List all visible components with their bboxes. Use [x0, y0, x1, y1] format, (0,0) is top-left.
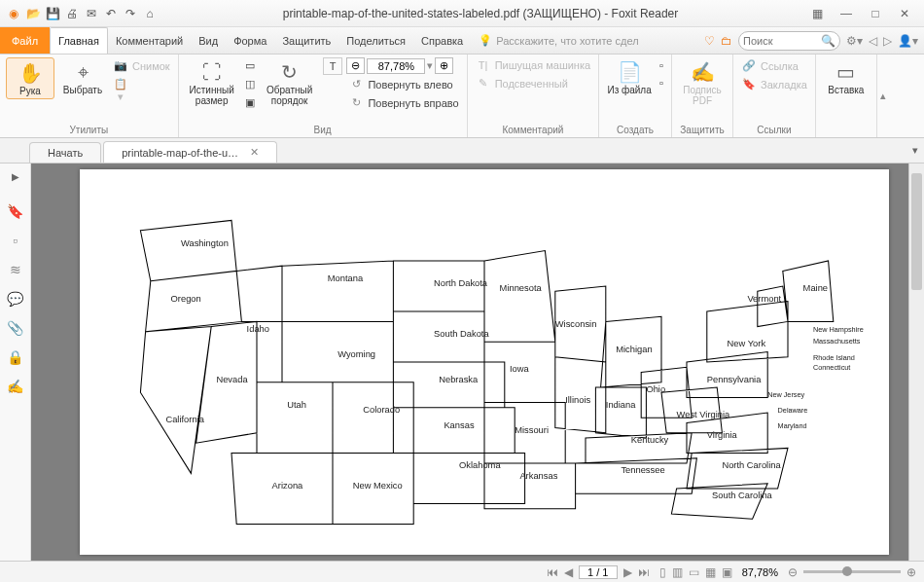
text-mode-col: T: [323, 57, 343, 75]
close-icon[interactable]: ✕: [895, 7, 914, 20]
insert-icon: ▭: [836, 59, 855, 85]
continuous-facing-icon[interactable]: ▦: [705, 565, 716, 579]
typewriter-button[interactable]: T|Пишущая машинка: [474, 57, 592, 73]
folder-icon[interactable]: 🗀: [721, 34, 732, 48]
security-panel-icon[interactable]: 🔒: [7, 349, 23, 365]
file-tab[interactable]: Файл: [0, 27, 50, 54]
tab-document[interactable]: printable-map-of-the-u… ✕: [103, 141, 277, 163]
group-insert: ▭ Вставка: [816, 55, 876, 137]
single-page-icon[interactable]: ▯: [659, 565, 666, 579]
snapshot-button[interactable]: 📷Снимок: [111, 57, 172, 74]
actual-size-label: Истинный размер: [187, 85, 237, 106]
undo-icon[interactable]: ↶: [103, 6, 119, 21]
reflow-button[interactable]: ↻ Обратный порядок: [261, 57, 319, 108]
state-label: Missouri: [515, 425, 549, 435]
zoom-out-icon[interactable]: ⊖: [788, 565, 798, 579]
sign-pdf-button[interactable]: ✍ Подпись PDF: [678, 57, 727, 108]
text-mode-button[interactable]: T: [323, 57, 343, 75]
state-label: Delaware: [778, 406, 808, 415]
select-tool[interactable]: ⌖ Выбрать: [58, 57, 107, 97]
tab-protect[interactable]: Защитить: [274, 27, 338, 54]
zoom-value[interactable]: 87,78%: [367, 58, 425, 74]
blank-icon[interactable]: ▫: [657, 57, 665, 73]
tab-close-icon[interactable]: ✕: [250, 146, 259, 159]
rotate-right-button[interactable]: ↻Повернуть вправо: [346, 94, 460, 111]
continuous-icon[interactable]: ▥: [672, 565, 683, 579]
zoom-handle[interactable]: [842, 566, 852, 576]
actual-size-button[interactable]: ⛶ Истинный размер: [185, 57, 239, 108]
comments-panel-icon[interactable]: 💬: [7, 291, 23, 307]
read-mode-icon[interactable]: ▣: [722, 565, 732, 579]
prev-icon[interactable]: ◁: [869, 34, 877, 48]
home-icon[interactable]: ⌂: [142, 6, 158, 21]
hand-tool[interactable]: ✋ Рука: [6, 57, 54, 99]
link-icon: 🔗: [741, 59, 757, 72]
search-box[interactable]: 🔍: [738, 31, 840, 51]
fit-width-icon[interactable]: ◫: [243, 76, 257, 92]
link-button[interactable]: 🔗Ссылка: [739, 57, 809, 74]
first-page-icon[interactable]: ⏮: [547, 565, 558, 579]
bookmark-button[interactable]: 🔖Закладка: [739, 76, 809, 92]
document-viewer[interactable]: WashingtonOregonCaliforniaNevadaIdahoMon…: [31, 164, 908, 561]
attachments-panel-icon[interactable]: 📎: [7, 320, 23, 336]
state-label: New Mexico: [353, 481, 403, 491]
from-clip-icon[interactable]: ▫: [657, 75, 665, 91]
tell-me[interactable]: 💡 Расскажите, что хотите сдел: [479, 27, 638, 54]
links-label: Ссылки: [739, 123, 809, 137]
state-label: Oklahoma: [459, 460, 501, 470]
last-page-icon[interactable]: ⏭: [638, 565, 650, 579]
tab-form[interactable]: Форма: [226, 27, 274, 54]
maximize-icon[interactable]: □: [866, 7, 885, 20]
search-icon[interactable]: 🔍: [821, 34, 835, 48]
signatures-panel-icon[interactable]: ✍: [7, 379, 23, 394]
fit-visible-icon[interactable]: ▣: [243, 94, 257, 111]
tab-comment[interactable]: Комментарий: [108, 27, 191, 54]
from-file-button[interactable]: 📄 Из файла: [605, 57, 654, 97]
tab-view[interactable]: Вид: [191, 27, 226, 54]
email-icon[interactable]: ✉: [84, 6, 99, 21]
highlight-button[interactable]: ✎Подсвеченный: [474, 75, 592, 91]
next-icon[interactable]: ▷: [883, 34, 892, 48]
sidebar-expand-icon[interactable]: ▶: [12, 171, 19, 182]
zoom-out-button[interactable]: ⊖: [346, 57, 365, 74]
zoom-slider[interactable]: [803, 570, 901, 573]
rotate-left-button[interactable]: ↺Повернуть влево: [346, 76, 460, 92]
state-label: Indiana: [606, 400, 636, 410]
tab-help[interactable]: Справка: [413, 27, 471, 54]
pages-panel-icon[interactable]: ▫: [13, 233, 18, 248]
redo-icon[interactable]: ↷: [123, 6, 138, 21]
clipboard-button[interactable]: 📋▾: [111, 76, 172, 105]
document-tabs: Начать printable-map-of-the-u… ✕ ▾: [0, 138, 924, 164]
zoom-dropdown-icon[interactable]: ▾: [427, 59, 433, 72]
heart-icon[interactable]: ♡: [704, 34, 715, 48]
page-input[interactable]: 1 / 1: [579, 565, 618, 579]
user-icon[interactable]: 👤▾: [898, 34, 918, 48]
tab-home[interactable]: Главная: [50, 27, 108, 54]
vertical-scrollbar[interactable]: [908, 164, 924, 561]
open-icon[interactable]: 📂: [25, 6, 41, 21]
search-input[interactable]: [743, 35, 821, 47]
ribbon: ✋ Рука ⌖ Выбрать 📷Снимок 📋▾ Утилиты ⛶ Ис…: [0, 55, 924, 138]
state-label: Virginia: [707, 430, 738, 440]
bookmark-panel-icon[interactable]: 🔖: [7, 203, 23, 219]
ribbon-mode-icon[interactable]: ▦: [807, 7, 827, 20]
save-icon[interactable]: 💾: [45, 6, 60, 21]
zoom-in-button[interactable]: ⊕: [435, 57, 453, 74]
group-protect: ✍ Подпись PDF Защитить: [672, 55, 733, 137]
scrollbar-thumb[interactable]: [911, 173, 922, 290]
fit-page-icon[interactable]: ▭: [243, 57, 257, 74]
insert-button[interactable]: ▭ Вставка: [822, 57, 871, 97]
tabs-menu-icon[interactable]: ▾: [912, 144, 918, 157]
tab-start[interactable]: Начать: [29, 142, 101, 163]
layers-panel-icon[interactable]: ≋: [10, 262, 21, 277]
gear-icon[interactable]: ⚙▾: [846, 34, 863, 48]
print-icon[interactable]: 🖨: [64, 6, 80, 21]
tab-share[interactable]: Поделиться: [338, 27, 413, 54]
group-create: 📄 Из файла ▫ ▫ Создать: [599, 55, 672, 137]
zoom-in-icon[interactable]: ⊕: [906, 565, 916, 579]
minimize-icon[interactable]: —: [836, 7, 856, 20]
ribbon-collapse-icon[interactable]: ▴: [876, 55, 890, 137]
facing-icon[interactable]: ▭: [689, 565, 699, 579]
prev-page-icon[interactable]: ◀: [564, 565, 573, 579]
next-page-icon[interactable]: ▶: [623, 565, 632, 579]
